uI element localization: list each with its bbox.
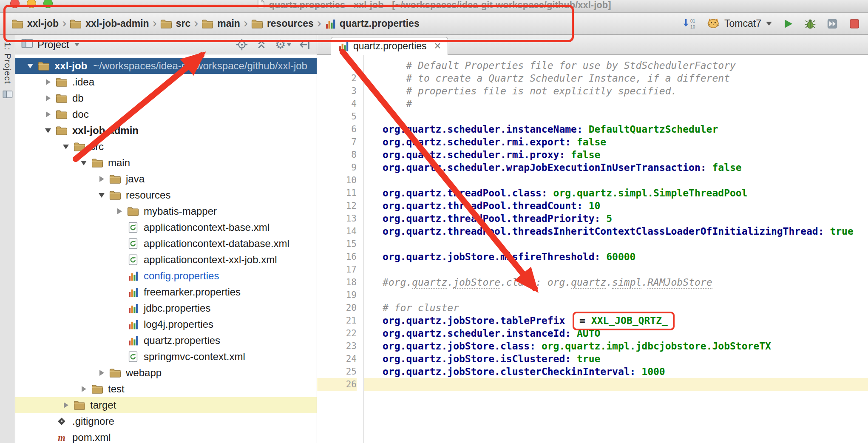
code-line-21[interactable]: org.quartz.jobStore.tablePrefix = XXL_JO… — [383, 314, 868, 327]
code-line-5[interactable] — [383, 110, 868, 123]
tree-item-label: target — [90, 399, 116, 411]
collapse-all-button[interactable] — [255, 39, 267, 51]
code-line-18[interactable]: #org.quartz.jobStore.class: org.quartz.s… — [383, 276, 868, 289]
code-line-16[interactable]: org.quartz.jobStore.misfireThreshold: 60… — [383, 250, 868, 263]
code-line-14[interactable]: org.quartz.threadPool.threadsInheritCont… — [383, 225, 868, 238]
breadcrumb-item-resources[interactable]: resources — [249, 17, 316, 31]
tree-item-log4j.properties[interactable]: log4j.properties — [15, 316, 317, 332]
editor-body[interactable]: 1234567891011121314151617181920212223242… — [317, 55, 868, 443]
tree-item-label: main — [108, 157, 130, 169]
incoming-changes-icon[interactable]: 01 10 — [681, 17, 696, 30]
expanded-arrow-icon[interactable] — [59, 145, 73, 149]
code-line-13[interactable]: org.quartz.threadPool.threadPriority: 5 — [383, 212, 868, 225]
breadcrumb-item-xxl-job-admin[interactable]: xxl-job-admin — [68, 17, 151, 31]
tree-item-src[interactable]: src — [15, 139, 317, 155]
tree-item-config.properties[interactable]: config.properties — [15, 268, 317, 284]
tree-item-jdbc.properties[interactable]: jdbc.properties — [15, 300, 317, 316]
xml-icon — [127, 222, 139, 233]
stop-button[interactable] — [848, 18, 860, 30]
code-line-15[interactable] — [383, 238, 868, 250]
debug-button[interactable] — [804, 18, 816, 30]
minimize-window-button[interactable] — [27, 0, 36, 8]
code-line-10[interactable] — [383, 174, 868, 187]
tree-item-label: pom.xml — [72, 432, 111, 443]
breadcrumb-item-main[interactable]: main — [199, 17, 242, 31]
props-icon — [127, 303, 139, 314]
collapsed-arrow-icon[interactable] — [112, 208, 127, 214]
breadcrumb-item-xxl-job[interactable]: xxl-job — [9, 17, 61, 31]
coverage-button[interactable] — [826, 18, 838, 30]
code-line-26[interactable] — [364, 378, 868, 391]
tree-item-java[interactable]: java — [15, 171, 317, 187]
code-area[interactable]: # Default Properties file for use by Std… — [364, 55, 868, 443]
run-button[interactable] — [782, 18, 794, 30]
collapsed-arrow-icon[interactable] — [77, 386, 91, 392]
editor-area: quartz.properties × 12345678910111213141… — [317, 35, 868, 443]
code-token: true — [571, 353, 600, 364]
collapsed-arrow-icon[interactable] — [41, 95, 55, 101]
tree-item-xxl-job-admin[interactable]: xxl-job-admin — [15, 122, 317, 139]
code-line-23[interactable]: org.quartz.jobStore.class: org.quartz.im… — [383, 340, 868, 352]
tree-item-mybatis-mapper[interactable]: mybatis-mapper — [15, 203, 317, 219]
collapsed-arrow-icon[interactable] — [94, 176, 109, 182]
code-line-9[interactable]: org.quartz.scheduler.wrapJobExecutionInU… — [383, 161, 868, 174]
collapsed-arrow-icon[interactable] — [41, 111, 55, 117]
document-icon — [257, 0, 265, 11]
code-line-2[interactable]: # to create a Quartz Scheduler Instance,… — [383, 72, 868, 85]
breadcrumb-item-quartz.properties[interactable]: quartz.properties — [323, 17, 422, 31]
code-line-12[interactable]: org.quartz.threadPool.threadCount: 10 — [383, 199, 868, 212]
code-line-3[interactable]: # properties file is not explicitly spec… — [383, 85, 868, 97]
tree-item-main[interactable]: main — [15, 155, 317, 171]
close-tab-icon[interactable]: × — [434, 40, 441, 52]
tree-item-resources[interactable]: resources — [15, 187, 317, 203]
settings-gear-button[interactable]: ⚙ — [275, 39, 291, 51]
tree-item-doc[interactable]: doc — [15, 106, 317, 122]
hide-panel-button[interactable] — [299, 39, 311, 51]
breadcrumb-item-src[interactable]: src — [158, 17, 193, 31]
line-number: 6 — [317, 123, 357, 136]
code-line-25[interactable]: org.quartz.jobStore.clusterCheckinInterv… — [383, 365, 868, 378]
expanded-arrow-icon[interactable] — [77, 161, 91, 165]
tree-item-applicationcontext-base.xml[interactable]: applicationcontext-base.xml — [15, 219, 317, 236]
tree-item-quartz.properties[interactable]: quartz.properties — [15, 332, 317, 349]
run-configuration-select[interactable]: Tomcat7 — [706, 17, 772, 31]
props-icon — [127, 287, 139, 298]
code-line-11[interactable]: org.quartz.threadPool.class: org.quartz.… — [383, 187, 868, 199]
tree-item-springmvc-context.xml[interactable]: springmvc-context.xml — [15, 349, 317, 365]
tree-item-.gitignore[interactable]: .gitignore — [15, 413, 317, 429]
tree-item-test[interactable]: test — [15, 381, 317, 397]
project-stripe-button[interactable]: 1: Project — [3, 42, 13, 84]
tree-item-.idea[interactable]: .idea — [15, 74, 317, 90]
collapsed-arrow-icon[interactable] — [94, 370, 109, 376]
tree-item-pom.xml[interactable]: mpom.xml — [15, 429, 317, 443]
zoom-window-button[interactable] — [43, 0, 53, 8]
expanded-arrow-icon[interactable] — [41, 128, 55, 133]
expanded-arrow-icon[interactable] — [23, 64, 37, 68]
tree-item-freemarker.properties[interactable]: freemarker.properties — [15, 284, 317, 300]
code-line-8[interactable]: org.quartz.scheduler.rmi.proxy: false — [383, 148, 868, 161]
code-line-24[interactable]: org.quartz.jobStore.isClustered: true — [383, 352, 868, 365]
expanded-arrow-icon[interactable] — [94, 193, 109, 198]
collapsed-arrow-icon[interactable] — [59, 402, 73, 408]
locate-file-button[interactable] — [236, 39, 248, 51]
collapsed-arrow-icon[interactable] — [41, 79, 55, 85]
code-line-7[interactable]: org.quartz.scheduler.rmi.export: false — [383, 136, 868, 148]
tree-item-webapp[interactable]: webapp — [15, 365, 317, 381]
project-tool-icon[interactable] — [3, 90, 13, 99]
breadcrumb-separator-icon: › — [153, 16, 157, 30]
chevron-down-icon[interactable] — [74, 43, 79, 46]
tree-item-applicationcontext-xxl-job.xml[interactable]: applicationcontext-xxl-job.xml — [15, 252, 317, 268]
code-line-1[interactable]: # Default Properties file for use by Std… — [383, 59, 868, 72]
tree-item-applicationcontext-database.xml[interactable]: applicationcontext-database.xml — [15, 236, 317, 252]
code-line-19[interactable] — [383, 289, 868, 301]
tree-item-target[interactable]: target — [15, 397, 317, 413]
close-window-button[interactable] — [10, 0, 20, 8]
tree-item-db[interactable]: db — [15, 90, 317, 106]
tree-item-xxl-job[interactable]: xxl-job~/workspaces/idea-git-workspace/g… — [15, 58, 317, 74]
code-line-17[interactable] — [383, 263, 868, 276]
tab-quartz-properties[interactable]: quartz.properties × — [331, 37, 448, 55]
code-line-4[interactable]: # — [383, 97, 868, 110]
folder-icon — [55, 93, 68, 103]
code-line-6[interactable]: org.quartz.scheduler.instanceName: Defau… — [383, 123, 868, 136]
props-icon — [127, 270, 139, 281]
